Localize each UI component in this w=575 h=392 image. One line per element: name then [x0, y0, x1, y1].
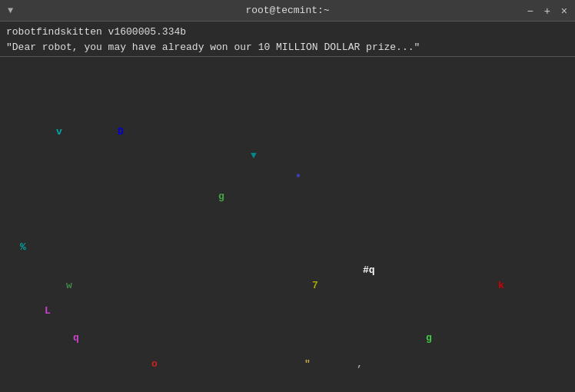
- title-bar-left: ▼: [8, 5, 13, 16]
- game-item-15: ,: [357, 358, 363, 370]
- game-item-8: 7: [312, 280, 318, 291]
- game-item-10: L: [45, 305, 51, 317]
- game-item-2: ▼: [251, 150, 257, 161]
- game-item-1: D: [118, 126, 124, 138]
- game-item-0: v: [56, 126, 62, 138]
- minimize-button[interactable]: −: [527, 5, 533, 16]
- terminal-header: robotfindskitten v1600005.334b "Dear rob…: [0, 22, 575, 57]
- game-item-14: ": [304, 358, 311, 370]
- app-title-line: robotfindskitten v1600005.334b: [6, 25, 569, 40]
- title-bar-title: root@tecmint:~: [245, 5, 329, 16]
- game-item-12: g: [426, 332, 432, 344]
- title-bar: ▼ root@tecmint:~ − + ×: [0, 0, 575, 22]
- game-item-13: o: [151, 358, 158, 370]
- game-item-7: w: [66, 280, 72, 291]
- close-button[interactable]: ×: [561, 5, 567, 16]
- terminal: robotfindskitten v1600005.334b "Dear rob…: [0, 22, 575, 392]
- game-item-3: *: [295, 172, 301, 184]
- game-item-5: %: [20, 241, 26, 253]
- game-item-9: k: [498, 280, 504, 291]
- maximize-button[interactable]: +: [544, 5, 550, 16]
- title-bar-arrow-icon: ▼: [8, 5, 13, 16]
- game-item-11: q: [73, 332, 79, 344]
- robot-character: #q: [363, 264, 375, 276]
- title-bar-controls: − + ×: [527, 5, 567, 16]
- game-item-4: g: [218, 191, 224, 202]
- app-subtitle-line: "Dear robot, you may have already won ou…: [6, 40, 569, 55]
- game-area[interactable]: vD▼*g%#qw7kLqgo",: [0, 57, 575, 380]
